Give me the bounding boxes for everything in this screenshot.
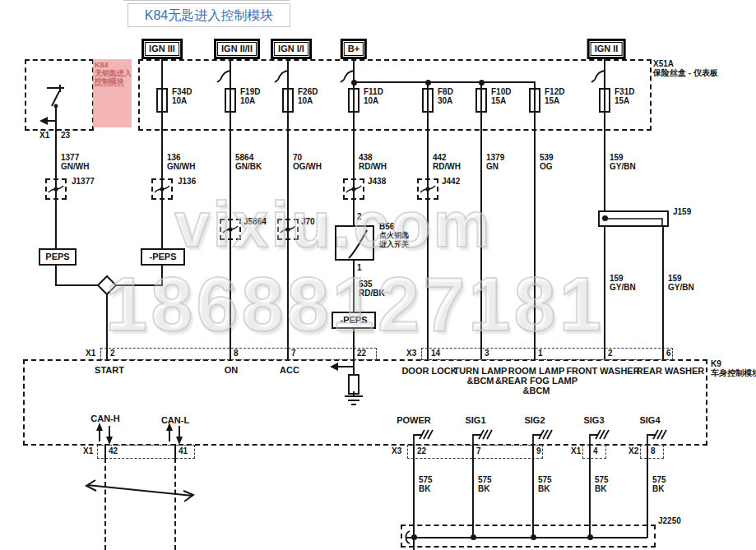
splice-j159-label: J159 (673, 207, 691, 216)
fuse-f12d (529, 88, 540, 113)
fuse-f31d-label: F31D15A (615, 87, 634, 105)
wire-159-label: 159GY/BN (610, 153, 636, 171)
resistor (348, 374, 359, 395)
wire-159a-label: 159GY/BN (610, 274, 636, 292)
junction-dot (479, 80, 485, 86)
k84-code: K84 (95, 61, 132, 69)
pin-14: 14 (431, 349, 440, 358)
wire-start (106, 292, 108, 359)
pin-2b: 2 (608, 349, 613, 358)
splice-j1377 (45, 178, 67, 200)
pin-x3-bottom: X3 (392, 446, 401, 455)
pin-x1-sig3: X1 (571, 446, 581, 455)
x51a-fusebox-box (138, 59, 652, 131)
b56-pin-1: 1 (357, 263, 362, 272)
k9-label-can-l: CAN-L (161, 415, 189, 425)
junction-dot (471, 534, 476, 540)
wire-575b-label: 575BK (478, 475, 492, 493)
k9-label-start: START (95, 365, 124, 375)
k9-label: K9车身控制模块 (711, 359, 756, 377)
k84-module-box (25, 59, 94, 131)
junction-dot (425, 80, 431, 86)
k9-label-door-lock: DOOR LOCK (401, 366, 457, 376)
wire-5864-label: 5864GN/BK (235, 153, 262, 171)
wire-159b-label: 159GY/BN (668, 274, 694, 292)
wire-arrow-stub-left (46, 120, 56, 122)
wire-bplus-branch (353, 81, 536, 83)
wire-136-label: 136GN/WH (167, 153, 195, 171)
source-ign2-2: IGN II/II (217, 42, 257, 56)
fuse-f8d (422, 88, 434, 113)
b56-switch-box (335, 225, 374, 261)
fuse-f11d-label: F11D10A (364, 87, 383, 105)
pin-7b: 7 (476, 446, 481, 455)
splice-glyph-icon (49, 186, 435, 233)
k9-label-sig4: SIG4 (639, 415, 660, 425)
k84-name-line2: 控制模块 (95, 77, 124, 86)
fuse-f26d-label: F26D10A (298, 87, 318, 105)
splice-j5864 (220, 219, 241, 240)
wire-ign3 (161, 58, 163, 248)
k9-label-rear-washer: REAR WASHER (637, 366, 705, 376)
junction-dot (531, 534, 536, 540)
wire-442-label: 442RD/WH (433, 153, 461, 171)
k84-name-line1: 无钥匙进入 (95, 69, 132, 77)
wire-159-left (604, 227, 605, 359)
wire-ign3-lower (161, 264, 163, 285)
k9-label-sig2: SIG2 (524, 415, 545, 425)
peps-box: PEPS (39, 248, 77, 266)
k9-label-sig3: SIG3 (583, 415, 604, 425)
wire-535-label: 535RD/BK (359, 280, 385, 298)
k9-label-acc: ACC (280, 365, 299, 375)
fuse-f10d-label: F10D15A (491, 87, 511, 105)
wire-f10d (480, 82, 482, 359)
k9-label-on: ON (225, 365, 239, 375)
source-ign3: IGN III (145, 42, 179, 56)
twisted-pair-icon (86, 480, 193, 501)
splice-j438 (343, 178, 364, 200)
pin-4: 4 (593, 446, 598, 455)
wire-sig2-gnd (532, 444, 534, 538)
j2250-splice-box (401, 525, 656, 548)
page-title: K84无匙进入控制模块 (128, 3, 290, 27)
pin-2: 2 (110, 349, 115, 358)
wire-ign2-upper (604, 58, 605, 211)
pinrow-x3-bottom (407, 445, 543, 459)
fuse-f19d-label: F19D10A (240, 87, 260, 105)
wire-575a-label: 575BK (419, 475, 433, 493)
pin-x3-top: X3 (406, 349, 416, 358)
fuse-f12d-label: F12D15A (545, 87, 564, 105)
wire-arrow-stub-22 (337, 366, 354, 367)
pin-7: 7 (291, 349, 296, 358)
fuse-f10d (475, 88, 487, 113)
splice-j136 (151, 178, 173, 200)
wire-1377-label: 1377GN/WH (61, 153, 89, 171)
wire-peps-lower (55, 264, 57, 285)
junction-dot (587, 534, 593, 540)
wire-canh-twisted (104, 458, 106, 550)
wire-f12d (534, 82, 536, 359)
splice-j159 (598, 210, 669, 227)
pin-8b: 8 (651, 446, 656, 455)
cropped-box-edge (123, 0, 290, 1)
wire-keyswitch (55, 105, 57, 248)
minus-peps-box-2: -PEPS (332, 312, 376, 329)
splice-j5864-label: J5864 (243, 217, 267, 226)
splice-j1377-label: J1377 (72, 177, 95, 186)
pin-1: 1 (538, 349, 543, 358)
junction-dot (351, 80, 357, 86)
wire-sig1-gnd (472, 444, 474, 538)
pin-22: 22 (357, 349, 366, 358)
splice-j70-label: J70 (301, 217, 315, 226)
pin-8: 8 (234, 349, 239, 358)
pin-9: 9 (536, 446, 541, 455)
wire-539-label: 539OG (540, 153, 554, 171)
wire-b56-lower (353, 261, 355, 312)
k9-label-room-lamp: ROOM LAMP&REAR FOG LAMP&BCM (495, 366, 577, 395)
pin-41: 41 (179, 446, 188, 455)
b56-pin-2: 2 (357, 212, 362, 221)
pinrow-x3-top (421, 348, 673, 360)
pinrow-x1-top (100, 348, 377, 360)
pin-x1-can: X1 (83, 446, 93, 455)
fuse-f26d (282, 88, 294, 113)
